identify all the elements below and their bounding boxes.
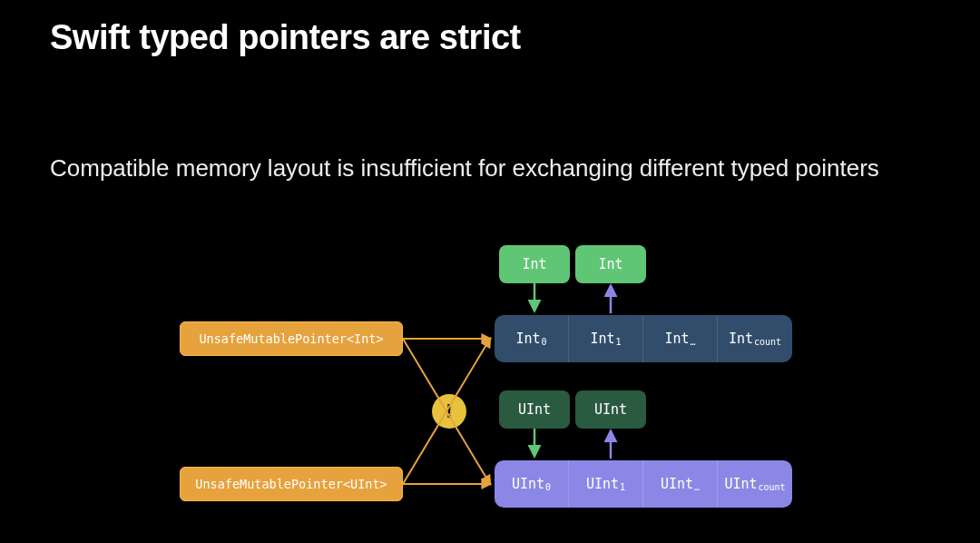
uint-cell-1: UInt1 xyxy=(569,460,643,508)
float-int-a: Int xyxy=(499,245,570,283)
float-uint-a: UInt xyxy=(499,390,570,429)
uint-cell-0: UInt0 xyxy=(495,460,569,508)
float-int-b-label: Int xyxy=(598,256,622,272)
int-cell-count: Intcount xyxy=(718,315,792,362)
slide-subtitle: Compatible memory layout is insufficient… xyxy=(50,154,879,183)
warning-symbol: ! xyxy=(446,400,452,423)
float-int-b: Int xyxy=(575,245,646,283)
uint-pointer-label: UnsafeMutablePointer<UInt> xyxy=(195,477,387,491)
uint-buffer: UInt0 UInt1 UInt… UIntcount xyxy=(495,460,792,508)
int-cell-0: Int0 xyxy=(495,315,569,362)
float-int-a-label: Int xyxy=(522,256,546,272)
diagram-area: UnsafeMutablePointer<Int> UnsafeMutableP… xyxy=(0,236,980,543)
uint-pointer-box: UnsafeMutablePointer<UInt> xyxy=(180,467,403,501)
arrow-layer xyxy=(0,236,980,543)
warning-icon: ! xyxy=(432,394,466,429)
int-pointer-label: UnsafeMutablePointer<Int> xyxy=(199,331,383,346)
int-pointer-box: UnsafeMutablePointer<Int> xyxy=(180,321,403,356)
int-buffer: Int0 Int1 Int… Intcount xyxy=(495,315,792,362)
int-cell-dots: Int… xyxy=(643,315,718,362)
float-uint-b-label: UInt xyxy=(594,401,627,418)
float-uint-a-label: UInt xyxy=(518,401,551,418)
slide-title: Swift typed pointers are strict xyxy=(50,18,521,57)
int-cell-1: Int1 xyxy=(569,315,643,362)
uint-cell-dots: UInt… xyxy=(643,460,718,508)
float-uint-b: UInt xyxy=(575,390,646,429)
uint-cell-count: UIntcount xyxy=(718,460,792,508)
